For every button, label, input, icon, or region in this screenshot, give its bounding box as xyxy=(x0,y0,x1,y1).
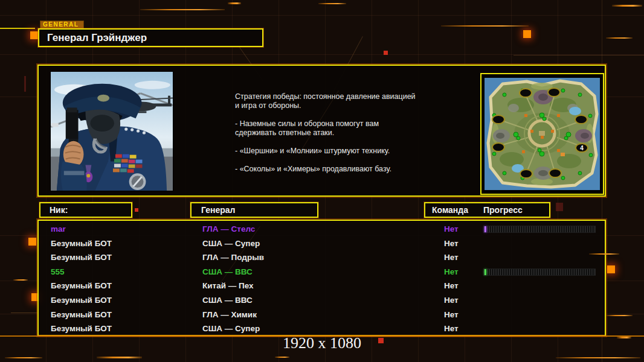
progress-bar-fill xyxy=(485,226,486,232)
briefing-paragraph: Стратегия победы: постоянное давление ав… xyxy=(235,92,443,110)
player-team: Нет xyxy=(444,265,459,279)
table-row: Безумный БОТ США — ВВС Нет xyxy=(39,293,605,308)
table-row: mar ГЛА — Стелс Нет xyxy=(39,222,605,237)
start-position-label: 4 xyxy=(580,145,584,151)
briefing-paragraph: - «Соколы» и «Химеры» продавливают базу. xyxy=(235,165,443,174)
player-nick: Безумный БОТ xyxy=(51,250,112,265)
player-team: Нет xyxy=(444,279,459,293)
column-header-nick: Ник: xyxy=(39,202,132,218)
briefing-paragraph: - «Шершни» и «Молнии» штурмуют технику. xyxy=(235,147,443,156)
progress-bar xyxy=(483,268,596,276)
player-nick: Безумный БОТ xyxy=(51,279,112,293)
player-nick: Безумный БОТ xyxy=(51,293,112,308)
general-portrait-image xyxy=(51,72,173,191)
column-header-progress: Прогресс xyxy=(483,203,523,217)
table-row: Безумный БОТ Китай — Пех Нет xyxy=(39,279,605,293)
general-portrait xyxy=(50,71,173,191)
general-briefing-panel: Стратегия победы: постоянное давление ав… xyxy=(37,65,606,197)
player-team: Нет xyxy=(444,293,459,308)
table-row: 555 США — ВВС Нет xyxy=(39,265,605,279)
player-team: Нет xyxy=(444,308,459,322)
player-table: mar ГЛА — Стелс Нет Безумный БОТ США — С… xyxy=(37,220,606,336)
player-nick: 555 xyxy=(51,265,65,279)
player-team: Нет xyxy=(444,250,459,265)
column-header-team: Команда xyxy=(432,203,468,217)
player-general: США — ВВС xyxy=(202,293,253,308)
table-row: Безумный БОТ ГЛА — Подрыв Нет xyxy=(39,250,605,265)
player-team: Нет xyxy=(444,222,459,237)
player-general: ГЛА — Подрыв xyxy=(202,250,264,265)
player-nick: Безумный БОТ xyxy=(51,308,112,322)
minimap: 4 xyxy=(480,73,604,195)
player-nick: Безумный БОТ xyxy=(51,237,112,251)
general-tag: GENERAL xyxy=(40,21,84,29)
player-table-body: mar ГЛА — Стелс Нет Безумный БОТ США — С… xyxy=(39,221,605,336)
column-header-team-progress: Команда Прогресс xyxy=(424,202,550,218)
progress-bar xyxy=(483,226,596,233)
general-title: Генерал Грэйнджер xyxy=(38,28,263,47)
briefing-paragraph: - Наземные силы и оборона помогут вам сд… xyxy=(235,119,443,138)
strategy-briefing: Стратегия победы: постоянное давление ав… xyxy=(235,92,443,183)
player-general: Китай — Пех xyxy=(202,279,254,293)
resolution-label: 1920 x 1080 xyxy=(0,334,644,352)
column-header-general: Генерал xyxy=(190,202,318,218)
table-row: Безумный БОТ США — Супер Нет xyxy=(39,237,605,251)
player-nick: mar xyxy=(51,222,66,237)
player-general: ГЛА — Стелс xyxy=(202,222,255,237)
player-general: ГЛА — Химик xyxy=(202,308,257,322)
minimap-image: 4 xyxy=(485,77,600,191)
player-team: Нет xyxy=(444,237,459,251)
progress-bar-fill xyxy=(485,269,486,275)
table-row: Безумный БОТ ГЛА — Химик Нет xyxy=(39,308,605,322)
